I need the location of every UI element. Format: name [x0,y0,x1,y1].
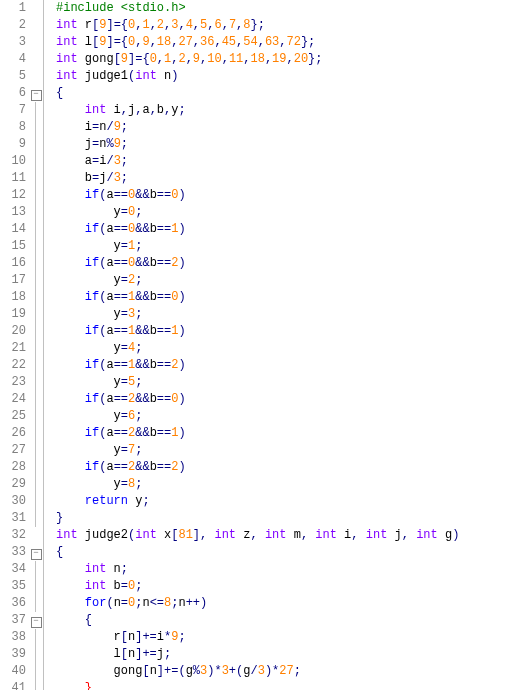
code-line[interactable]: if(a==0&&b==2) [56,255,506,272]
fold-guide [29,340,43,357]
fold-guide [29,663,43,680]
code-line[interactable]: { [56,85,506,102]
line-number: 12 [0,187,26,204]
fold-guide [29,578,43,595]
code-line[interactable]: if(a==2&&b==0) [56,391,506,408]
code-line[interactable]: y=3; [56,306,506,323]
code-line[interactable]: b=j/3; [56,170,506,187]
fold-guide [29,476,43,493]
line-number: 31 [0,510,26,527]
line-number: 11 [0,170,26,187]
code-line[interactable]: y=0; [56,204,506,221]
code-line[interactable]: y=4; [56,340,506,357]
fold-guide [29,629,43,646]
code-line[interactable]: r[n]+=i*9; [56,629,506,646]
line-number: 6 [0,85,26,102]
line-number: 3 [0,34,26,51]
line-number: 37 [0,612,26,629]
code-line[interactable]: int l[9]={0,9,18,27,36,45,54,63,72}; [56,34,506,51]
code-line[interactable]: if(a==2&&b==2) [56,459,506,476]
line-number: 33 [0,544,26,561]
code-line[interactable]: } [56,680,506,690]
fold-guide [29,680,43,690]
fold-guide [29,442,43,459]
code-area[interactable]: #include <stdio.h>int r[9]={0,1,2,3,4,5,… [44,0,506,690]
line-number: 19 [0,306,26,323]
line-number: 38 [0,629,26,646]
line-number: 14 [0,221,26,238]
code-line[interactable]: if(a==1&&b==0) [56,289,506,306]
code-line[interactable]: int gong[9]={0,1,2,9,10,11,18,19,20}; [56,51,506,68]
fold-guide [29,357,43,374]
code-line[interactable]: { [56,544,506,561]
code-line[interactable]: if(a==0&&b==0) [56,187,506,204]
fold-guide [29,136,43,153]
code-line[interactable]: { [56,612,506,629]
code-line[interactable]: int b=0; [56,578,506,595]
code-line[interactable]: gong[n]+=(g%3)*3+(g/3)*27; [56,663,506,680]
code-line[interactable]: int n; [56,561,506,578]
fold-guide [29,459,43,476]
line-number: 41 [0,680,26,690]
line-number: 4 [0,51,26,68]
code-line[interactable]: i=n/9; [56,119,506,136]
fold-guide [29,323,43,340]
line-number: 28 [0,459,26,476]
code-line[interactable]: j=n%9; [56,136,506,153]
code-line[interactable]: int judge2(int x[81], int z, int m, int … [56,527,506,544]
fold-guide [29,187,43,204]
code-line[interactable]: y=6; [56,408,506,425]
fold-toggle-icon[interactable]: − [31,549,42,560]
code-line[interactable]: y=8; [56,476,506,493]
line-number: 2 [0,17,26,34]
code-line[interactable]: if(a==2&&b==1) [56,425,506,442]
code-line[interactable]: y=5; [56,374,506,391]
fold-guide [29,391,43,408]
line-number: 1 [0,0,26,17]
line-number: 24 [0,391,26,408]
fold-guide [29,306,43,323]
code-line[interactable]: l[n]+=j; [56,646,506,663]
line-number: 17 [0,272,26,289]
fold-guide [29,170,43,187]
line-number: 26 [0,425,26,442]
line-number: 29 [0,476,26,493]
line-number: 40 [0,663,26,680]
code-line[interactable]: y=1; [56,238,506,255]
code-line[interactable]: if(a==1&&b==2) [56,357,506,374]
fold-guide [29,153,43,170]
fold-guide [29,204,43,221]
code-line[interactable]: y=7; [56,442,506,459]
code-line[interactable]: } [56,510,506,527]
line-number: 22 [0,357,26,374]
line-number: 39 [0,646,26,663]
line-number: 27 [0,442,26,459]
line-number: 21 [0,340,26,357]
code-line[interactable]: #include <stdio.h> [56,0,506,17]
fold-guide [29,289,43,306]
code-line[interactable]: int judge1(int n) [56,68,506,85]
code-line[interactable]: for(n=0;n<=8;n++) [56,595,506,612]
fold-guide [29,646,43,663]
code-line[interactable]: int r[9]={0,1,2,3,4,5,6,7,8}; [56,17,506,34]
line-number: 13 [0,204,26,221]
line-number: 30 [0,493,26,510]
line-number: 5 [0,68,26,85]
line-number-column: 1234567891011121314151617181920212223242… [0,0,29,690]
line-number: 23 [0,374,26,391]
line-number: 7 [0,102,26,119]
fold-guide [29,255,43,272]
code-line[interactable]: if(a==0&&b==1) [56,221,506,238]
fold-guide [29,493,43,510]
fold-guide [29,374,43,391]
code-line[interactable]: if(a==1&&b==1) [56,323,506,340]
line-number: 32 [0,527,26,544]
line-number: 20 [0,323,26,340]
line-number: 25 [0,408,26,425]
fold-toggle-icon[interactable]: − [31,90,42,101]
code-line[interactable]: return y; [56,493,506,510]
code-line[interactable]: a=i/3; [56,153,506,170]
fold-toggle-icon[interactable]: − [31,617,42,628]
code-line[interactable]: int i,j,a,b,y; [56,102,506,119]
code-line[interactable]: y=2; [56,272,506,289]
